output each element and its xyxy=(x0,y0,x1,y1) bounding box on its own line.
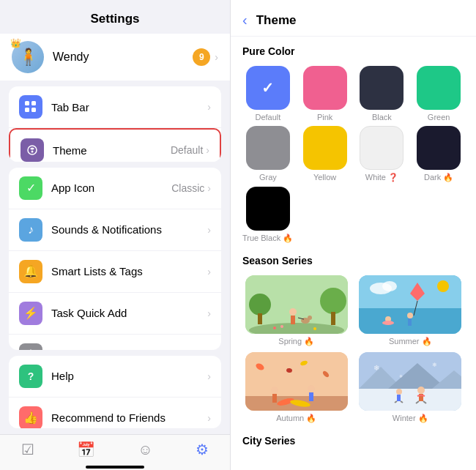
right-title: Theme xyxy=(256,13,297,28)
svg-rect-38 xyxy=(272,394,277,403)
menu-item-help[interactable]: ? Help › xyxy=(9,356,221,398)
tab-settings[interactable]: ⚙ xyxy=(196,441,209,460)
settings-title: Settings xyxy=(0,0,230,34)
menu-item-sounds[interactable]: ♪ Sounds & Notifications › xyxy=(9,209,221,251)
color-black[interactable]: Black xyxy=(357,66,408,122)
color-swatch-white xyxy=(360,126,404,170)
svg-rect-10 xyxy=(258,313,262,324)
smart-lists-icon: 🔔 xyxy=(19,260,42,283)
color-green[interactable]: Green xyxy=(413,66,464,122)
spring-scene xyxy=(245,275,348,334)
color-default[interactable]: Default xyxy=(242,66,294,122)
settings-tab-icon: ⚙ xyxy=(196,441,209,458)
svg-rect-3 xyxy=(31,108,36,112)
winter-label: Winter 🔥 xyxy=(393,414,428,423)
menu-section-1: Tab Bar › Theme Default › xyxy=(9,86,221,162)
svg-point-58 xyxy=(396,389,402,395)
svg-rect-1 xyxy=(31,101,36,105)
smart-lists-chevron: › xyxy=(207,266,211,277)
color-label-yellow: Yellow xyxy=(313,173,336,182)
profile-chevron: › xyxy=(215,51,218,63)
summer-scene xyxy=(359,275,461,334)
svg-rect-47 xyxy=(359,389,461,411)
svg-point-13 xyxy=(289,308,297,316)
color-label-white: White ❓ xyxy=(365,173,398,182)
recommend-icon: 👍 xyxy=(19,406,42,428)
season-section-title: Season Series xyxy=(242,255,464,266)
color-true-black[interactable]: True Black 🔥 xyxy=(242,187,293,243)
svg-rect-0 xyxy=(25,101,29,105)
svg-point-54 xyxy=(417,387,425,394)
app-icon-chevron: › xyxy=(207,182,211,194)
tasks-tab-icon: ☑ xyxy=(21,441,34,458)
season-grid: Spring 🔥 xyxy=(242,275,464,423)
app-icon-label: App Icon xyxy=(51,182,171,194)
app-icon-value: Classic xyxy=(171,182,204,194)
menu-item-task-quick[interactable]: ⚡ Task Quick Add › xyxy=(9,293,221,335)
menu-item-app-icon[interactable]: ✓ App Icon Classic › xyxy=(9,168,221,209)
color-label-pink: Pink xyxy=(317,113,332,122)
menu-item-general[interactable]: General › xyxy=(9,335,221,350)
color-label-gray: Gray xyxy=(259,173,277,182)
color-gray[interactable]: Gray xyxy=(242,126,294,182)
svg-text:❄: ❄ xyxy=(432,362,437,368)
svg-point-4 xyxy=(28,146,37,154)
color-white[interactable]: White ❓ xyxy=(357,126,408,182)
menu-item-theme[interactable]: Theme Default › xyxy=(9,128,221,162)
sounds-icon: ♪ xyxy=(19,218,42,242)
tab-tasks[interactable]: ☑ xyxy=(21,441,34,460)
menu-item-smart-lists[interactable]: 🔔 Smart Lists & Tags › xyxy=(9,251,221,293)
avatar-wrap: 🧍 👑 xyxy=(12,41,44,73)
summer-label: Summer 🔥 xyxy=(389,337,432,346)
spring-card xyxy=(245,275,348,334)
sounds-chevron: › xyxy=(207,224,211,236)
city-section-title: City Series xyxy=(242,435,464,447)
left-panel: Settings 🧍 👑 Wendy 9 › Tab Bar › xyxy=(0,0,231,470)
svg-text:❄: ❄ xyxy=(399,374,403,378)
task-quick-icon: ⚡ xyxy=(19,302,42,325)
tab-profile[interactable]: ☺ xyxy=(138,441,152,460)
svg-point-43 xyxy=(308,385,315,392)
winter-scene: ❄ ❄ ❄ xyxy=(359,352,461,411)
svg-rect-44 xyxy=(309,392,313,401)
svg-point-9 xyxy=(249,294,271,316)
menu-item-recommend[interactable]: 👍 Recommend to Friends › xyxy=(9,398,221,428)
color-dark[interactable]: Dark 🔥 xyxy=(413,126,464,182)
general-icon xyxy=(19,343,42,350)
season-winter[interactable]: ❄ ❄ ❄ xyxy=(357,352,465,423)
task-quick-chevron: › xyxy=(207,307,211,319)
notification-badge: 9 xyxy=(193,48,210,66)
color-swatch-yellow xyxy=(303,126,347,170)
autumn-card xyxy=(245,352,348,411)
profile-row[interactable]: 🧍 👑 Wendy 9 › xyxy=(0,34,230,81)
tab-calendar[interactable]: 📅 xyxy=(77,441,95,460)
svg-point-16 xyxy=(308,316,312,320)
summer-card xyxy=(359,275,461,334)
color-label-green: Green xyxy=(428,113,450,122)
color-yellow[interactable]: Yellow xyxy=(300,126,351,182)
svg-rect-59 xyxy=(397,395,401,401)
season-summer[interactable]: Summer 🔥 xyxy=(357,275,465,346)
smart-lists-label: Smart Lists & Tags xyxy=(51,265,207,277)
general-label: General xyxy=(51,348,207,350)
theme-label: Theme xyxy=(53,144,171,157)
color-pink[interactable]: Pink xyxy=(300,66,351,122)
menu-item-tab-bar[interactable]: Tab Bar › xyxy=(9,86,221,128)
recommend-chevron: › xyxy=(207,412,211,424)
color-swatch-black xyxy=(360,66,404,110)
spring-label: Spring 🔥 xyxy=(278,337,314,346)
season-autumn[interactable]: Autumn 🔥 xyxy=(242,352,351,423)
color-swatch-gray xyxy=(246,126,290,170)
calendar-tab-icon: 📅 xyxy=(77,441,95,458)
back-button[interactable]: ‹ xyxy=(242,12,248,29)
season-spring[interactable]: Spring 🔥 xyxy=(242,275,351,346)
theme-chevron: › xyxy=(206,144,209,156)
svg-point-32 xyxy=(382,321,394,325)
color-grid-row1: Default Pink Black Green xyxy=(242,66,464,122)
tab-bar-chevron: › xyxy=(207,101,211,113)
sounds-label: Sounds & Notifications xyxy=(51,223,207,236)
avatar-icon: 🧍 xyxy=(18,48,38,67)
home-indicator xyxy=(0,463,230,470)
svg-rect-2 xyxy=(25,108,29,112)
svg-rect-12 xyxy=(331,312,335,325)
